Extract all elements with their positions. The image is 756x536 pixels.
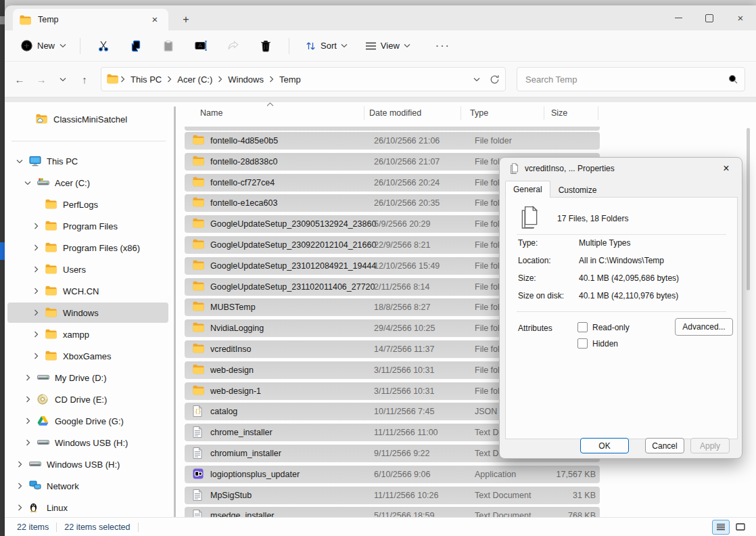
tab-temp[interactable]: Temp × bbox=[13, 9, 168, 30]
tab-close-icon[interactable]: × bbox=[148, 13, 162, 26]
file-name: MpSigStub bbox=[210, 491, 252, 500]
sidebar-item-xampp[interactable]: xampp bbox=[7, 324, 168, 344]
breadcrumb-item[interactable]: Acer (C:) bbox=[172, 72, 217, 87]
status-bar: 22 items 22 items selected bbox=[5, 517, 756, 536]
command-bar: New Sort View ··· bbox=[5, 30, 756, 62]
sidebar-item-windows[interactable]: Windows bbox=[7, 303, 168, 323]
chevron-right-icon[interactable] bbox=[22, 396, 33, 403]
folder-icon bbox=[45, 351, 58, 362]
chevron-right-icon[interactable] bbox=[22, 374, 33, 381]
file-row-logioptionsplus_updater[interactable]: logioptionsplus_updater6/10/2566 9:06App… bbox=[185, 466, 600, 483]
back-button[interactable]: ← bbox=[9, 68, 30, 90]
cut-button[interactable] bbox=[87, 35, 120, 57]
chevron-right-icon[interactable] bbox=[14, 504, 25, 511]
chevron-down-icon[interactable] bbox=[14, 159, 25, 164]
sidebar-item-my-drive-d-[interactable]: My Drive (D:) bbox=[7, 367, 168, 388]
large-icons-view-toggle[interactable] bbox=[732, 520, 749, 535]
sidebar-item-acer-c-[interactable]: Acer (C:) bbox=[7, 173, 168, 193]
checkbox-icon[interactable] bbox=[577, 322, 588, 332]
sidebar-item-program-files-x86-[interactable]: Program Files (x86) bbox=[7, 238, 168, 258]
copy-button[interactable] bbox=[120, 35, 152, 57]
breadcrumb-item[interactable]: Windows bbox=[223, 72, 268, 87]
advanced-button[interactable]: Advanced... bbox=[675, 318, 733, 336]
chevron-right-icon[interactable] bbox=[30, 353, 41, 359]
sidebar-item-windows-usb-h-[interactable]: Windows USB (H:) bbox=[7, 454, 168, 474]
folder-icon bbox=[193, 281, 205, 292]
sidebar-item-xboxgames[interactable]: XboxGames bbox=[7, 346, 168, 366]
search-box[interactable] bbox=[517, 67, 745, 91]
chevron-right-icon[interactable] bbox=[30, 244, 41, 251]
column-header-name[interactable]: Name bbox=[200, 108, 222, 118]
chevron-right-icon[interactable] bbox=[14, 483, 25, 489]
new-tab-button[interactable]: + bbox=[178, 12, 194, 28]
sidebar-item-classicminisatchel[interactable]: ClassicMiniSatchel bbox=[7, 109, 168, 129]
readonly-checkbox[interactable]: Read-only bbox=[577, 322, 630, 332]
file-row-fontello-4d85e0b5[interactable]: fontello-4d85e0b526/10/2566 21:06File fo… bbox=[185, 132, 600, 150]
chevron-right-icon[interactable] bbox=[30, 223, 41, 229]
sidebar-item-wch-cn[interactable]: WCH.CN bbox=[7, 281, 168, 301]
address-dropdown-icon[interactable] bbox=[473, 77, 480, 82]
sidebar-item-users[interactable]: Users bbox=[7, 259, 168, 280]
chevron-down-icon[interactable] bbox=[22, 181, 33, 185]
recent-locations-button[interactable] bbox=[52, 68, 74, 90]
sidebar-item-cd-drive-e-[interactable]: CD Drive (E:) bbox=[7, 389, 168, 409]
breadcrumb-item[interactable]: Temp bbox=[275, 72, 306, 87]
sidebar-item-this-pc[interactable]: This PC bbox=[7, 151, 168, 171]
sidebar-scrollbar[interactable] bbox=[174, 106, 176, 518]
column-header-date[interactable]: Date modified bbox=[369, 108, 421, 118]
refresh-icon[interactable] bbox=[490, 74, 500, 85]
details-view-toggle[interactable] bbox=[712, 520, 730, 535]
new-button[interactable]: New bbox=[14, 36, 73, 55]
ok-button[interactable]: OK bbox=[580, 438, 629, 453]
share-button[interactable] bbox=[217, 35, 250, 57]
hidden-checkbox[interactable]: Hidden bbox=[577, 338, 618, 349]
chevron-right-icon[interactable] bbox=[30, 266, 41, 273]
text-file-icon bbox=[193, 447, 205, 459]
file-row-msedge_installer[interactable]: msedge_installer5/11/2566 18:59Text Docu… bbox=[185, 507, 600, 518]
dialog-tab-general[interactable]: General bbox=[505, 181, 550, 198]
file-list-scrollbar[interactable] bbox=[747, 128, 750, 290]
cancel-button[interactable]: Cancel bbox=[645, 438, 684, 453]
rename-button[interactable] bbox=[185, 35, 217, 57]
delete-button[interactable] bbox=[250, 35, 282, 57]
dialog-tab-customize[interactable]: Customize bbox=[550, 182, 605, 199]
window-close-button[interactable]: × bbox=[725, 5, 756, 30]
maximize-button[interactable] bbox=[694, 5, 725, 30]
more-options-button[interactable]: ··· bbox=[429, 37, 457, 55]
chevron-right-icon[interactable] bbox=[22, 418, 33, 424]
sidebar-item-network[interactable]: Network bbox=[7, 476, 168, 496]
forward-button[interactable]: → bbox=[30, 68, 52, 90]
column-header-type[interactable]: Type bbox=[470, 108, 488, 118]
chevron-right-icon[interactable] bbox=[30, 288, 41, 294]
file-name: GoogleUpdateSetup_230905132924_23860 bbox=[210, 219, 376, 229]
minimize-button[interactable] bbox=[663, 5, 694, 30]
chevron-right-icon[interactable] bbox=[14, 461, 25, 468]
sidebar-item-program-files[interactable]: Program Files bbox=[7, 216, 168, 236]
checkbox-icon[interactable] bbox=[577, 338, 588, 349]
file-type: Application bbox=[475, 470, 516, 479]
up-button[interactable]: ↑ bbox=[74, 68, 95, 90]
view-button[interactable]: View bbox=[359, 37, 417, 55]
folder-icon bbox=[193, 135, 205, 146]
chevron-right-icon[interactable] bbox=[30, 309, 41, 316]
file-name: fontello-e1eca603 bbox=[210, 198, 277, 208]
breadcrumb-item[interactable]: This PC bbox=[126, 72, 166, 87]
sort-button[interactable]: Sort bbox=[299, 37, 354, 55]
chevron-right-icon[interactable] bbox=[22, 439, 33, 446]
column-header-size[interactable]: Size bbox=[551, 108, 567, 118]
chevron-right-icon[interactable] bbox=[30, 331, 41, 338]
partially-scrolled-row bbox=[185, 127, 600, 131]
folder-icon bbox=[45, 199, 58, 210]
dialog-close-icon[interactable]: × bbox=[717, 162, 735, 175]
sidebar-item-linux[interactable]: Linux bbox=[7, 497, 168, 518]
sidebar-item-google-drive-g-[interactable]: Google Drive (G:) bbox=[7, 411, 168, 431]
multiple-files-icon bbox=[509, 163, 519, 174]
apply-button[interactable]: Apply bbox=[690, 438, 730, 453]
address-bar[interactable]: This PCAcer (C:)WindowsTemp bbox=[101, 67, 506, 91]
sidebar-item-label: PerfLogs bbox=[63, 200, 98, 210]
paste-button[interactable] bbox=[152, 35, 185, 57]
sidebar-item-perflogs[interactable]: PerfLogs bbox=[7, 194, 168, 215]
file-row-MpSigStub[interactable]: MpSigStub11/11/2566 10:26Text Document31… bbox=[185, 487, 600, 504]
sidebar-item-windows-usb-h-[interactable]: Windows USB (H:) bbox=[7, 432, 168, 453]
search-input[interactable] bbox=[524, 74, 728, 85]
